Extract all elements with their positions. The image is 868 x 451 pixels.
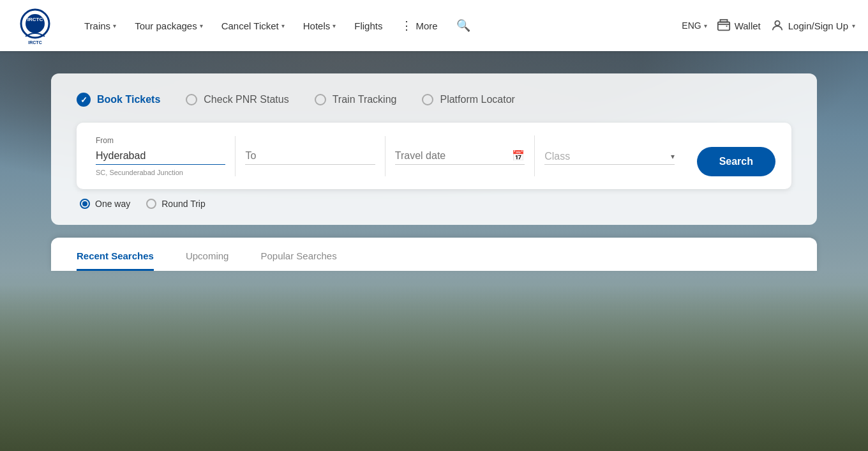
from-label: From [96,136,225,145]
round-trip-option[interactable]: Round Trip [146,199,205,209]
date-input-wrapper: 📅 [395,147,525,165]
tab-popular-searches[interactable]: Popular Searches [260,250,336,271]
svg-point-6 [775,21,779,26]
one-way-radio[interactable] [80,199,90,209]
platform-radio-icon [422,94,433,105]
one-way-option[interactable]: One way [80,199,130,209]
from-hint: SC, Secunderabad Junction [96,169,225,176]
class-select[interactable]: Class All Classes Sleeper (SL) Third AC … [544,151,670,162]
svg-rect-4 [717,22,729,31]
cancel-chevron-icon: ▾ [281,22,285,29]
class-label: Class [544,137,674,146]
booking-tabs: ✓ Book Tickets Check PNR Status Train Tr… [77,93,791,107]
login-button[interactable]: Login/Sign Up ▾ [770,19,855,33]
language-selector[interactable]: ENG ▾ [682,20,707,31]
tab-check-pnr[interactable]: Check PNR Status [186,94,288,105]
from-field: From SC, Secunderabad Junction [93,136,236,176]
nav-cancel-ticket[interactable]: Cancel Ticket ▾ [214,15,292,36]
to-input[interactable] [245,148,375,165]
wallet-button[interactable]: Wallet [717,19,761,33]
tour-chevron-icon: ▾ [200,22,203,29]
nav-right: ENG ▾ Wallet Login/Sign Up ▾ [682,19,855,33]
login-chevron-icon: ▾ [852,22,855,29]
user-icon [770,19,784,33]
navbar: IRCTC IRCTC Trains ▾ Tour packages ▾ Can… [0,0,868,51]
class-field: Class Class All Classes Sleeper (SL) Thi… [535,137,684,176]
date-field: Date 📅 placeholder [385,135,535,176]
svg-text:IRCTC: IRCTC [27,17,43,22]
trip-type-row: One way Round Trip [77,199,791,209]
wallet-icon [717,19,731,33]
round-trip-radio[interactable] [146,199,156,209]
book-tickets-check-icon: ✓ [77,93,91,107]
travel-date-input[interactable] [395,150,507,162]
nav-flights[interactable]: Flights [347,15,390,36]
bottom-card: Recent Searches Upcoming Popular Searche… [51,238,817,271]
from-input[interactable] [96,148,225,165]
class-select-wrapper: Class All Classes Sleeper (SL) Third AC … [544,148,674,165]
date-label: Date [395,135,525,144]
tab-recent-searches[interactable]: Recent Searches [77,250,154,271]
bottom-tabs: Recent Searches Upcoming Popular Searche… [77,250,791,271]
nav-more[interactable]: ⋮ More [393,13,445,38]
tab-book-tickets[interactable]: ✓ Book Tickets [77,93,160,107]
tab-train-tracking[interactable]: Train Tracking [315,94,397,105]
nav-links: Trains ▾ Tour packages ▾ Cancel Ticket ▾… [77,13,682,38]
nav-search-icon[interactable]: 🔍 [449,13,478,38]
train-overlay [0,285,868,451]
lang-chevron-icon: ▾ [704,22,707,29]
class-chevron-icon: ▾ [671,152,675,161]
irctc-logo: IRCTC IRCTC [13,3,57,48]
tracking-radio-icon [315,94,326,105]
nav-hotels[interactable]: Hotels ▾ [296,15,344,36]
svg-rect-5 [720,20,727,22]
hotels-chevron-icon: ▾ [333,22,336,29]
svg-text:IRCTC: IRCTC [28,40,41,45]
to-label: To [245,136,375,145]
tab-upcoming[interactable]: Upcoming [186,250,229,271]
more-dots-icon: ⋮ [401,19,413,33]
main-content: ✓ Book Tickets Check PNR Status Train Tr… [0,51,868,284]
logo-area[interactable]: IRCTC IRCTC [13,3,57,48]
pnr-radio-icon [186,94,197,105]
nav-tour-packages[interactable]: Tour packages ▾ [127,15,211,36]
to-field: To placeholder [236,136,385,176]
trains-chevron-icon: ▾ [113,22,116,29]
booking-card: ✓ Book Tickets Check PNR Status Train Tr… [51,73,817,225]
calendar-icon[interactable]: 📅 [512,149,525,162]
search-button[interactable]: Search [697,147,775,176]
search-form: From SC, Secunderabad Junction To placeh… [77,123,791,189]
nav-trains[interactable]: Trains ▾ [77,15,124,36]
tab-platform-locator[interactable]: Platform Locator [422,94,514,105]
